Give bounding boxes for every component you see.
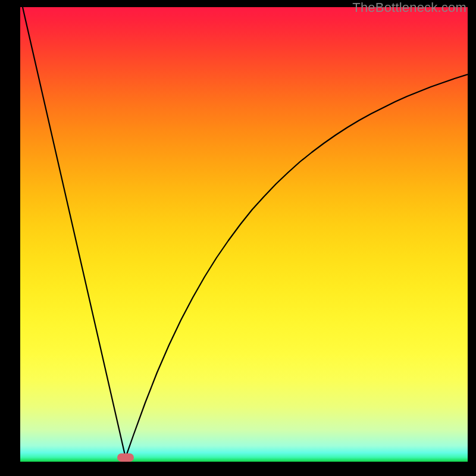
curve-layer — [20, 7, 468, 462]
minimum-marker — [117, 453, 134, 462]
plot-area — [20, 7, 468, 462]
chart-frame: TheBottleneck.com — [0, 0, 476, 476]
bottleneck-curve — [23, 7, 468, 458]
watermark-text: TheBottleneck.com — [352, 0, 466, 15]
